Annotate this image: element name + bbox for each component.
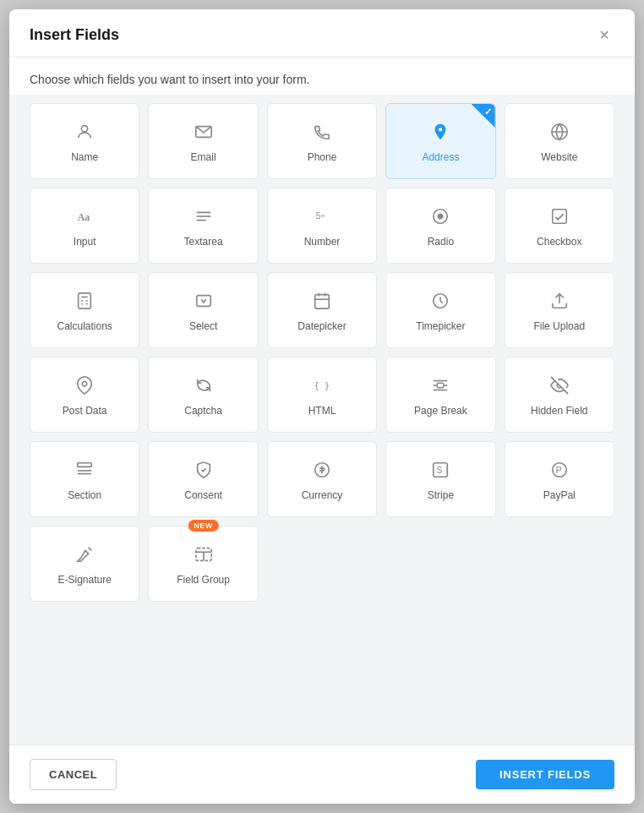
signature-icon (75, 545, 94, 567)
modal-title: Insert Fields (30, 26, 119, 44)
field-label-page-break: Page Break (414, 405, 467, 417)
field-card-field-group[interactable]: NEWField Group (148, 526, 258, 602)
svg-text:{ }: { } (314, 381, 330, 390)
svg-point-10 (439, 214, 444, 219)
field-card-post-data[interactable]: Post Data (30, 357, 139, 433)
field-label-address: Address (422, 151, 459, 163)
time-icon (431, 292, 450, 314)
consent-icon (194, 461, 213, 483)
field-card-input[interactable]: AaInput (30, 188, 139, 264)
field-card-currency[interactable]: Currency (267, 441, 377, 517)
svg-rect-32 (78, 463, 92, 467)
field-label-website: Website (541, 151, 577, 163)
close-button[interactable]: × (594, 25, 614, 45)
field-card-calculations[interactable]: Calculations (30, 272, 139, 348)
new-badge: NEW (188, 520, 219, 532)
field-card-phone[interactable]: Phone (267, 103, 377, 179)
field-label-calculations: Calculations (57, 320, 112, 332)
svg-text:5÷: 5÷ (316, 211, 326, 221)
location-icon (431, 123, 450, 145)
field-label-timepicker: Timepicker (416, 320, 465, 332)
currency-icon (313, 461, 331, 483)
svg-text:S: S (437, 466, 443, 475)
field-label-section: Section (68, 489, 101, 501)
svg-rect-12 (79, 293, 91, 308)
svg-line-41 (89, 548, 92, 551)
field-card-radio[interactable]: Radio (385, 188, 495, 264)
field-card-name[interactable]: Name (30, 103, 139, 179)
modal-footer: CANCEL INSERT FIELDS (9, 745, 635, 804)
field-label-checkbox: Checkbox (537, 236, 581, 248)
field-card-consent[interactable]: Consent (148, 441, 258, 517)
section-icon (75, 461, 94, 483)
field-label-field-group: Field Group (177, 574, 230, 586)
insert-fields-button[interactable]: INSERT FIELDS (476, 760, 614, 789)
field-label-captcha: Captcha (184, 405, 222, 417)
field-card-html[interactable]: { }HTML (267, 357, 377, 433)
field-card-checkbox[interactable]: Checkbox (505, 188, 614, 264)
svg-rect-11 (553, 210, 567, 224)
phone-icon (313, 123, 331, 145)
input-icon: Aa (75, 207, 94, 229)
cancel-button[interactable]: CANCEL (30, 759, 117, 790)
fields-grid: NameEmailPhone✓AddressWebsiteAaInputText… (30, 103, 614, 602)
insert-fields-modal: Insert Fields × Choose which fields you … (9, 9, 635, 804)
stripe-icon: S (431, 461, 450, 483)
email-icon (194, 123, 213, 145)
calc-icon (75, 292, 94, 314)
field-card-textarea[interactable]: Textarea (148, 188, 258, 264)
svg-point-25 (82, 381, 87, 386)
svg-point-0 (82, 126, 88, 132)
svg-rect-18 (196, 296, 210, 307)
field-card-email[interactable]: Email (148, 103, 258, 179)
field-label-post-data: Post Data (63, 405, 107, 417)
field-card-address[interactable]: ✓Address (385, 103, 495, 179)
field-label-select: Select (189, 320, 217, 332)
upload-icon (550, 292, 569, 314)
radio-icon (431, 207, 450, 229)
field-card-page-break[interactable]: Page Break (385, 357, 495, 433)
field-label-input: Input (74, 236, 96, 248)
field-card-file-upload[interactable]: File Upload (505, 272, 614, 348)
svg-text:Aa: Aa (78, 211, 90, 223)
field-card-section[interactable]: Section (30, 441, 139, 517)
person-icon (75, 123, 94, 145)
checkbox-icon (550, 207, 569, 229)
field-label-phone: Phone (308, 151, 337, 163)
field-card-website[interactable]: Website (505, 103, 614, 179)
field-card-select[interactable]: Select (148, 272, 258, 348)
field-label-radio: Radio (428, 236, 454, 248)
field-card-timepicker[interactable]: Timepicker (385, 272, 495, 348)
field-label-e-signature: E-Signature (58, 574, 112, 586)
field-card-stripe[interactable]: SStripe (385, 441, 495, 517)
field-card-paypal[interactable]: PPayPal (505, 441, 614, 517)
modal-subtitle: Choose which fields you want to insert i… (9, 57, 635, 95)
svg-text:P: P (555, 465, 561, 475)
textarea-icon (194, 207, 213, 229)
field-label-html: HTML (308, 405, 336, 417)
selected-check-icon: ✓ (484, 106, 492, 117)
field-label-datepicker: Datepicker (297, 320, 346, 332)
field-card-captcha[interactable]: Captcha (148, 357, 258, 433)
field-label-file-upload: File Upload (533, 320, 585, 332)
field-card-e-signature[interactable]: E-Signature (30, 526, 139, 602)
field-label-currency: Currency (302, 489, 343, 501)
field-card-hidden-field[interactable]: Hidden Field (505, 357, 614, 433)
field-label-stripe: Stripe (428, 489, 454, 501)
field-card-number[interactable]: 5÷Number (267, 188, 377, 264)
field-label-paypal: PayPal (543, 489, 576, 501)
field-label-textarea: Textarea (184, 236, 223, 248)
field-card-datepicker[interactable]: Datepicker (267, 272, 377, 348)
modal-header: Insert Fields × (9, 9, 635, 57)
field-label-name: Name (71, 151, 98, 163)
paypal-icon: P (550, 461, 569, 483)
date-icon (313, 292, 331, 314)
pin-icon (75, 376, 94, 398)
captcha-icon (194, 376, 213, 398)
fieldgroup-icon (194, 545, 213, 567)
hidden-icon (550, 376, 569, 398)
field-label-number: Number (304, 236, 341, 248)
html-icon: { } (313, 376, 331, 398)
number-icon: 5÷ (313, 207, 331, 229)
select-icon (194, 292, 213, 314)
